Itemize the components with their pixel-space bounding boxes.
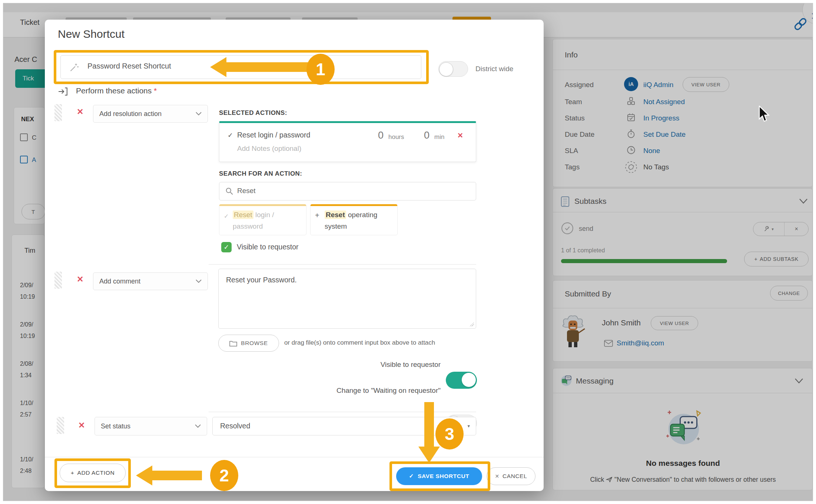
search-result-text: Reset operating system — [325, 209, 395, 232]
attach-hint: or drag file(s) onto comment input box a… — [284, 339, 435, 346]
browse-files-button[interactable]: BROWSE — [218, 335, 279, 352]
annotation-badge-1: 1 — [306, 54, 335, 85]
required-asterisk: * — [154, 86, 157, 95]
annotation-highlight-save: ✓SAVE SHORTCUT — [389, 461, 490, 491]
visible-toggle-label: Visible to requestor — [304, 361, 441, 369]
close-icon: ✕ — [495, 473, 500, 479]
search-rest: login / — [255, 211, 274, 219]
search-icon — [225, 187, 233, 195]
search-rest: system — [325, 222, 347, 230]
annotation-arrow-3-shaft — [424, 402, 434, 447]
save-shortcut-button[interactable]: ✓SAVE SHORTCUT — [396, 467, 482, 485]
modal-title: New Shortcut — [58, 28, 125, 40]
waiting-toggle-label: Change to "Waiting on requestor" — [252, 387, 441, 395]
plus-icon: + — [71, 470, 74, 476]
plus-icon: + — [315, 210, 319, 221]
selected-action-name: Reset login / password — [237, 131, 310, 139]
action-type-dropdown[interactable]: Add resolution action — [93, 105, 208, 123]
search-highlight: Reset — [233, 210, 253, 219]
search-result-selected[interactable]: ✓ Reset login / password — [219, 204, 306, 235]
remove-selected-action-button[interactable]: ✕ — [457, 132, 463, 139]
check-icon: ✓ — [223, 243, 229, 251]
annotation-badge-2: 2 — [210, 460, 238, 491]
browse-label: BROWSE — [241, 340, 268, 346]
annotation-arrow-2 — [136, 465, 152, 485]
minutes-unit: min — [434, 133, 444, 141]
action-type-value: Add comment — [99, 278, 140, 285]
app-window: Ticket ✕ Acer C Tick NEX C A T Tim 2/09/… — [3, 3, 813, 501]
visible-to-requestor-toggle[interactable] — [446, 372, 477, 389]
new-shortcut-modal: New Shortcut Password Reset Shortcut 1 D… — [45, 20, 544, 491]
action-type-dropdown[interactable]: Set status — [94, 417, 207, 435]
annotation-arrow-3 — [418, 447, 440, 463]
minutes-value-input[interactable]: 0 — [424, 130, 429, 141]
search-rest: operating — [348, 211, 377, 219]
perform-actions-heading: Perform these actions * — [76, 86, 157, 95]
district-wide-label: District wide — [475, 65, 513, 73]
search-result-text: Reset login / password — [233, 209, 303, 232]
mouse-cursor — [757, 106, 770, 123]
notes-placeholder[interactable]: Add Notes (optional) — [237, 145, 301, 153]
divider — [209, 412, 476, 412]
comment-textarea[interactable]: Reset your Password. — [218, 269, 476, 329]
drag-handle[interactable] — [57, 417, 64, 434]
action-type-value: Add resolution action — [99, 110, 162, 118]
visible-to-requestor-label: Visible to requestor — [237, 243, 299, 251]
search-query-value: Reset — [237, 187, 256, 195]
action-type-dropdown[interactable]: Add comment — [93, 272, 208, 290]
annotation-highlight-add-action: +ADD ACTION — [54, 458, 131, 488]
check-icon: ✓ — [409, 473, 414, 480]
selected-actions-heading: SELECTED ACTIONS: — [219, 109, 287, 117]
chevron-down-icon — [196, 112, 202, 116]
comment-value: Reset your Password. — [226, 276, 297, 284]
visible-to-requestor-checkbox[interactable]: ✓ — [221, 242, 232, 252]
district-wide-toggle[interactable] — [438, 61, 468, 77]
remove-action-button[interactable]: ✕ — [78, 421, 85, 430]
search-action-heading: SEARCH FOR AN ACTION: — [219, 170, 302, 178]
resize-handle[interactable] — [470, 322, 474, 326]
perform-actions-icon — [58, 87, 68, 96]
selected-actions-box: ✓ Reset login / password Add Notes (opti… — [219, 121, 476, 162]
cancel-label: CANCEL — [502, 473, 527, 480]
check-icon: ✓ — [224, 210, 229, 222]
search-rest: password — [233, 222, 263, 230]
check-icon: ✓ — [228, 131, 233, 139]
hours-unit: hours — [388, 133, 404, 141]
caret-down-icon[interactable]: ▾ — [467, 423, 470, 429]
cancel-button[interactable]: ✕CANCEL — [487, 467, 535, 485]
remove-action-button[interactable]: ✕ — [77, 108, 83, 116]
add-action-label: ADD ACTION — [77, 470, 115, 476]
search-highlight: Reset — [325, 210, 346, 219]
action-search-input[interactable]: Reset — [219, 182, 476, 200]
chevron-down-icon — [196, 279, 202, 283]
add-action-button[interactable]: +ADD ACTION — [60, 464, 126, 482]
annotation-badge-3: 3 — [435, 418, 464, 450]
drag-handle[interactable] — [54, 104, 62, 121]
status-select-value: Resolved — [220, 422, 250, 430]
save-label: SAVE SHORTCUT — [418, 473, 469, 480]
annotation-arrow-1-shaft — [226, 62, 309, 72]
annotation-arrow-1 — [210, 57, 226, 77]
remove-action-button[interactable]: ✕ — [77, 275, 83, 284]
divider — [209, 264, 476, 265]
chevron-down-icon — [195, 424, 201, 428]
hours-value-input[interactable]: 0 — [378, 130, 384, 141]
search-result-addable[interactable]: + Reset operating system — [310, 204, 398, 235]
modal-footer-divider — [45, 457, 544, 457]
perform-actions-label: Perform these actions — [76, 86, 152, 95]
annotation-arrow-2-shaft — [152, 471, 202, 480]
screenshot-frame: Ticket ✕ Acer C Tick NEX C A T Tim 2/09/… — [0, 0, 816, 504]
folder-icon — [229, 340, 237, 346]
action-type-value: Set status — [101, 422, 130, 430]
drag-handle[interactable] — [54, 272, 62, 289]
